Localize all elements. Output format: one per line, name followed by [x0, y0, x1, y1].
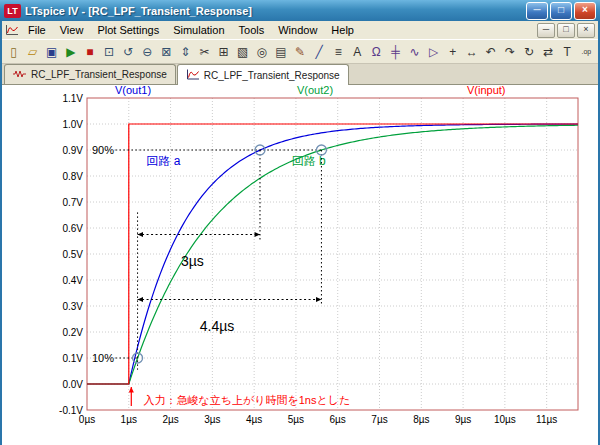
- toolbar-ground[interactable]: ≡: [329, 41, 348, 62]
- arrowhead: [138, 232, 143, 237]
- print-icon: ▤: [275, 45, 286, 59]
- toolbar-zoom-area[interactable]: ⊡: [99, 41, 118, 62]
- legend-item[interactable]: V(input): [467, 85, 506, 96]
- toolbar-zoom-back[interactable]: ↺: [119, 41, 138, 62]
- legend-item[interactable]: V(out1): [115, 85, 151, 96]
- legend-item[interactable]: V(out2): [297, 85, 333, 96]
- x-tick-label: 6µs: [330, 414, 346, 425]
- ground-icon: ≡: [335, 45, 342, 59]
- toolbar-rotate[interactable]: ↻: [520, 41, 539, 62]
- toolbar-save[interactable]: ▣: [42, 41, 61, 62]
- annotation-text: 10%: [92, 352, 114, 364]
- toolbar-spice-directive[interactable]: .op: [577, 41, 596, 62]
- toolbar-new-file[interactable]: ▯: [4, 41, 23, 62]
- y-tick-label: 0.9V: [62, 145, 83, 156]
- text-tool-icon: T: [564, 45, 571, 59]
- close-button[interactable]: ×: [574, 2, 596, 20]
- find-icon: ◎: [257, 45, 267, 59]
- menubar: FileViewPlot SettingsSimulationToolsWind…: [2, 21, 598, 40]
- toolbar-edit[interactable]: ✎: [290, 41, 309, 62]
- child-restore-button[interactable]: □: [557, 23, 575, 38]
- tab-waveform[interactable]: RC_LPF_Transient_Response: [177, 64, 349, 85]
- toolbar-drag[interactable]: ↔: [462, 41, 481, 62]
- y-tick-label: 0.0V: [62, 379, 83, 390]
- toolbar-print[interactable]: ▤: [271, 41, 290, 62]
- toolbar-halt[interactable]: ■: [80, 41, 99, 62]
- toolbar-label[interactable]: A: [348, 41, 367, 62]
- toolbar-autorange[interactable]: ⇕: [176, 41, 195, 62]
- y-tick-label: 0.6V: [62, 223, 83, 234]
- toolbar-zoom-out[interactable]: ⊖: [138, 41, 157, 62]
- minimize-button[interactable]: ─: [526, 2, 548, 20]
- toolbar-paste[interactable]: ▧: [233, 41, 252, 62]
- label-icon: A: [353, 45, 361, 59]
- maximize-button[interactable]: □: [550, 2, 572, 20]
- toolbar-capacitor[interactable]: ╪: [386, 41, 405, 62]
- plot-pane: 0µs1µs2µs3µs4µs5µs6µs7µs8µs9µs10µs11µs1.…: [2, 85, 598, 445]
- move-icon: +: [449, 45, 456, 59]
- zoom-area-icon: ⊡: [104, 45, 114, 59]
- schematic-icon: [13, 68, 27, 81]
- y-tick-label: 0.5V: [62, 249, 83, 260]
- toolbar-redo[interactable]: ↷: [500, 41, 519, 62]
- arrowhead: [138, 297, 143, 302]
- tab-bar: RC_LPF_Transient_Response RC_LPF_Transie…: [2, 64, 598, 85]
- toolbar-copy[interactable]: ⊞: [214, 41, 233, 62]
- toolbar-wire[interactable]: ╱: [310, 41, 329, 62]
- tab-label: RC_LPF_Transient_Response: [204, 70, 340, 81]
- child-minimize-button[interactable]: ─: [537, 23, 555, 38]
- menu-file[interactable]: File: [21, 23, 53, 38]
- y-tick-label: 0.1V: [62, 353, 83, 364]
- ltspice-window: LT LTspice IV - [RC_LPF_Transient_Respon…: [0, 0, 600, 445]
- run-icon: ▶: [66, 45, 75, 59]
- wire-icon: ╱: [315, 45, 322, 59]
- halt-icon: ■: [86, 45, 93, 59]
- toolbar-zoom-extents[interactable]: ⊠: [157, 41, 176, 62]
- y-tick-label: 0.3V: [62, 301, 83, 312]
- toolbar-mirror[interactable]: ⇄: [539, 41, 558, 62]
- x-tick-label: 11µs: [536, 414, 557, 425]
- ltspice-logo-icon: LT: [4, 4, 21, 18]
- annotation-text: 入力：急峻な立ち上がり時間を1nsとした: [143, 394, 350, 406]
- menu-tools[interactable]: Tools: [232, 23, 272, 38]
- undo-icon: ↶: [486, 45, 496, 59]
- menu-help[interactable]: Help: [324, 23, 361, 38]
- x-tick-label: 3µs: [204, 414, 220, 425]
- copy-icon: ⊞: [219, 45, 229, 59]
- tab-schematic[interactable]: RC_LPF_Transient_Response: [4, 64, 176, 84]
- arrowhead: [255, 232, 260, 237]
- inductor-icon: ∿: [409, 45, 419, 59]
- new-file-icon: ▯: [10, 45, 17, 59]
- x-tick-label: 5µs: [288, 414, 304, 425]
- toolbar-diode[interactable]: ▷: [424, 41, 443, 62]
- drag-icon: ↔: [466, 45, 478, 59]
- toolbar-move[interactable]: +: [443, 41, 462, 62]
- edit-icon: ✎: [295, 45, 305, 59]
- toolbar-inductor[interactable]: ∿: [405, 41, 424, 62]
- y-tick-label: 1.0V: [62, 119, 83, 130]
- menu-items: FileViewPlot SettingsSimulationToolsWind…: [21, 23, 361, 38]
- menu-window[interactable]: Window: [271, 23, 324, 38]
- menu-simulation[interactable]: Simulation: [166, 23, 231, 38]
- menu-plot-settings[interactable]: Plot Settings: [90, 23, 166, 38]
- tab-label: RC_LPF_Transient_Response: [31, 69, 167, 80]
- toolbar-open-folder[interactable]: ▱: [23, 41, 42, 62]
- x-tick-label: 8µs: [413, 414, 429, 425]
- open-folder-icon: ▱: [28, 45, 37, 59]
- menu-view[interactable]: View: [53, 23, 91, 38]
- annotation-text: 90%: [92, 144, 114, 156]
- toolbar-cut[interactable]: ✂: [195, 41, 214, 62]
- toolbar-undo[interactable]: ↶: [481, 41, 500, 62]
- toolbar-find[interactable]: ◎: [252, 41, 271, 62]
- child-close-button[interactable]: ×: [577, 23, 595, 38]
- capacitor-icon: ╪: [391, 45, 400, 59]
- toolbar-resistor[interactable]: Ω: [367, 41, 386, 62]
- waveform-viewer[interactable]: 0µs1µs2µs3µs4µs5µs6µs7µs8µs9µs10µs11µs1.…: [2, 85, 598, 445]
- toolbar-text-tool[interactable]: T: [558, 41, 577, 62]
- toolbar-run[interactable]: ▶: [61, 41, 80, 62]
- mdi-child-controls: ─□×: [537, 23, 595, 38]
- annotation-text: 回路 a: [146, 154, 180, 168]
- zoom-back-icon: ↺: [123, 45, 133, 59]
- save-icon: ▣: [46, 45, 57, 59]
- x-tick-label: 10µs: [494, 414, 516, 425]
